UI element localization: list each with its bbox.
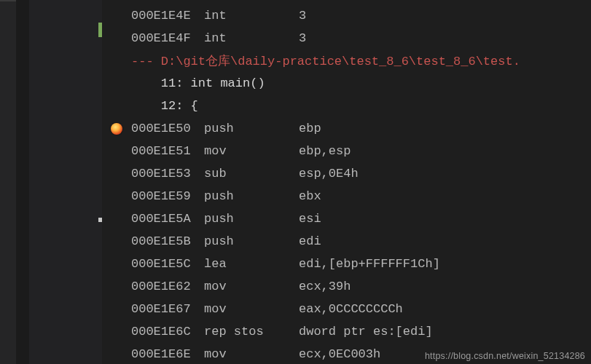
operands: eax,0CCCCCCCCh: [299, 302, 403, 316]
mnemonic: lea: [204, 257, 299, 271]
address: 000E1E59: [131, 189, 204, 203]
operands: edi: [299, 234, 321, 248]
disasm-row[interactable]: 000E1E5Apushesi: [102, 207, 591, 230]
mnemonic: push: [204, 122, 299, 135]
left-panel: [29, 0, 102, 364]
operands: ecx,0EC003h: [299, 347, 380, 361]
disasm-row[interactable]: --- D:\git仓库\daily-practice\test_8_6\tes…: [102, 50, 591, 72]
mnemonic: push: [204, 212, 299, 226]
address: 000E1E51: [131, 144, 204, 158]
operands: 3: [299, 31, 306, 45]
mnemonic: mov: [204, 280, 299, 293]
address: 000E1E50: [131, 122, 204, 135]
address: 000E1E62: [131, 280, 204, 293]
operands: edi,[ebp+FFFFFF1Ch]: [299, 257, 440, 271]
mnemonic: push: [204, 189, 299, 203]
source-line: 12: {: [131, 99, 198, 113]
disasm-row[interactable]: 000E1E6Crep stosdword ptr es:[edi]: [102, 320, 591, 343]
mnemonic: sub: [204, 167, 299, 181]
operands: esi: [299, 212, 321, 226]
outer-gutter: [0, 0, 29, 364]
address: 000E1E6C: [131, 325, 204, 339]
mnemonic: push: [204, 234, 299, 248]
address: 000E1E67: [131, 302, 204, 316]
operands: ebx: [299, 189, 321, 203]
watermark: https://blog.csdn.net/weixin_52134286: [425, 351, 585, 361]
address: 000E1E5A: [131, 212, 204, 226]
mnemonic: mov: [204, 144, 299, 158]
disasm-row[interactable]: 11: int main(): [102, 72, 591, 95]
address: 000E1E5B: [131, 234, 204, 248]
disasm-row[interactable]: 000E1E5Cleaedi,[ebp+FFFFFF1Ch]: [102, 253, 591, 275]
operands: ebp: [299, 122, 321, 135]
address: 000E1E6E: [131, 347, 204, 361]
source-path: --- D:\git仓库\daily-practice\test_8_6\tes…: [131, 52, 520, 69]
disasm-row[interactable]: 12: {: [102, 95, 591, 117]
disasm-row[interactable]: 000E1E62movecx,39h: [102, 275, 591, 298]
disasm-row[interactable]: 000E1E4Eint3: [102, 4, 591, 27]
disassembly-view[interactable]: 000E1E4Eint3000E1E4Fint3--- D:\git仓库\dai…: [102, 0, 591, 364]
mnemonic: mov: [204, 347, 299, 361]
operands: esp,0E4h: [299, 167, 359, 181]
address: 000E1E5C: [131, 257, 204, 271]
disasm-row[interactable]: 000E1E67moveax,0CCCCCCCCh: [102, 298, 591, 320]
operands: 3: [299, 9, 306, 23]
breakpoint-icon[interactable]: [111, 123, 122, 135]
address: 000E1E53: [131, 167, 204, 181]
operands: ebp,esp: [299, 144, 351, 158]
mnemonic: rep stos: [204, 325, 299, 339]
mnemonic: mov: [204, 302, 299, 316]
operands: ecx,39h: [299, 280, 351, 293]
disasm-row[interactable]: 000E1E59pushebx: [102, 185, 591, 207]
disasm-row[interactable]: 000E1E51movebp,esp: [102, 140, 591, 162]
address: 000E1E4F: [131, 31, 204, 45]
source-line: 11: int main(): [131, 76, 265, 90]
disasm-row[interactable]: 000E1E4Fint3: [102, 27, 591, 50]
mnemonic: int: [204, 31, 299, 45]
folded-margin: [16, 0, 29, 364]
disasm-row[interactable]: 000E1E5Bpushedi: [102, 230, 591, 253]
disasm-row[interactable]: 000E1E50pushebp: [102, 117, 591, 140]
operands: dword ptr es:[edi]: [299, 325, 433, 339]
disasm-row[interactable]: 000E1E53subesp,0E4h: [102, 162, 591, 185]
mnemonic: int: [204, 9, 299, 23]
gutter-cell[interactable]: [102, 123, 131, 135]
address: 000E1E4E: [131, 9, 204, 23]
